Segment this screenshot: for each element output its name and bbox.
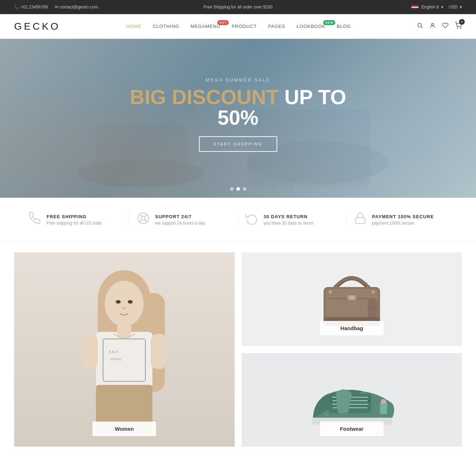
svg-rect-25: [82, 334, 98, 369]
handbag-label: Handbag: [320, 321, 384, 335]
account-button[interactable]: [429, 22, 436, 30]
cart-button[interactable]: 0: [455, 22, 462, 31]
secure-icon: [354, 212, 367, 227]
svg-line-16: [139, 220, 141, 222]
women-category[interactable]: A & F clothing Women: [14, 252, 235, 447]
nav-blog[interactable]: BLOG: [337, 24, 351, 29]
nav-home[interactable]: HOME: [126, 24, 141, 29]
nav-lookbook[interactable]: LOOKBOOK NEW: [297, 24, 326, 29]
slide-dot-2[interactable]: [236, 187, 240, 191]
svg-rect-26: [151, 334, 167, 369]
svg-point-12: [141, 216, 145, 220]
feature-desc: we support 24 hours a day: [155, 221, 205, 226]
svg-text:●: ●: [325, 413, 327, 417]
chevron-down-icon: ▾: [460, 5, 462, 10]
feature-secure: PAYMENT 100% SECURE payment 100% secure: [347, 212, 455, 227]
feature-support-text: SUPPORT 24/7 we support 24 hours a day: [155, 214, 205, 226]
feature-title: PAYMENT 100% SECURE: [372, 214, 434, 219]
nav-pages[interactable]: PAGES: [268, 24, 285, 29]
top-bar-right: English 8 ▾ USD ▾: [411, 5, 462, 10]
flag-icon: [411, 5, 418, 10]
search-button[interactable]: [417, 22, 423, 30]
svg-point-50: [330, 400, 332, 402]
feature-title: SUPPORT 24/7: [155, 214, 205, 219]
svg-rect-38: [372, 291, 375, 293]
svg-text:clothing: clothing: [110, 357, 121, 361]
svg-line-13: [139, 214, 141, 216]
feature-free-shipping: FREE SHIPPING Free shipping for all US o…: [21, 212, 130, 227]
category-grid: A & F clothing Women: [0, 242, 476, 468]
feature-support: SUPPORT 24/7 we support 24 hours a day: [130, 212, 239, 227]
svg-rect-54: [381, 399, 386, 404]
svg-line-1: [421, 26, 422, 28]
phone-icon: 📞: [14, 5, 19, 10]
hero-subtitle: MEGA SUMMER SALE: [119, 77, 357, 83]
svg-rect-28: [117, 323, 131, 337]
svg-point-3: [457, 28, 458, 29]
feature-returns-text: 30 DAYS RETURN you have 30 days to retur…: [264, 214, 314, 226]
nav-megamenu[interactable]: MEGAMENU HOT: [191, 24, 221, 29]
feature-returns: 30 DAYS RETURN you have 30 days to retur…: [238, 212, 347, 227]
svg-rect-52: [380, 402, 387, 414]
women-label: Women: [92, 422, 156, 436]
hero-dots: [230, 187, 246, 191]
feature-desc: you have 30 days to return: [264, 221, 314, 226]
handbag-category[interactable]: Handbag: [242, 252, 462, 346]
hero-title-gold: BIG DISCOUNT: [130, 85, 279, 108]
hero-title: BIG DISCOUNT UP TO 50%: [119, 87, 357, 128]
logo[interactable]: GECKO: [14, 21, 60, 32]
support-icon: [137, 212, 150, 227]
start-shopping-button[interactable]: START SHOPPING: [199, 136, 277, 152]
hot-badge: HOT: [217, 20, 229, 25]
hero-section: MEGA SUMMER SALE BIG DISCOUNT UP TO 50% …: [0, 39, 476, 198]
svg-point-2: [432, 23, 434, 25]
svg-point-51: [368, 400, 370, 402]
nav-product[interactable]: PRODUCT: [231, 24, 257, 29]
airplane-icon: [28, 212, 41, 227]
svg-point-48: [330, 396, 332, 398]
svg-line-15: [145, 214, 147, 216]
cart-count: 0: [459, 19, 465, 25]
svg-rect-37: [329, 291, 332, 293]
new-badge: NEW: [323, 20, 335, 25]
svg-rect-17: [355, 218, 365, 224]
svg-point-20: [105, 281, 144, 327]
currency-selector[interactable]: USD ▾: [449, 5, 462, 10]
slide-dot-3[interactable]: [243, 187, 246, 191]
footwear-label: Footwear: [320, 422, 384, 436]
email-link[interactable]: ✉ contact@gecko.com: [55, 5, 98, 10]
svg-point-0: [418, 23, 422, 27]
feature-title: FREE SHIPPING: [47, 214, 102, 219]
promo-text: Free Shipping for all order over $100: [204, 5, 272, 10]
wishlist-button[interactable]: [442, 22, 448, 30]
svg-rect-21: [96, 332, 152, 388]
svg-point-49: [368, 396, 370, 398]
feature-free-shipping-text: FREE SHIPPING Free shipping for all US o…: [47, 214, 102, 226]
feature-desc: Free shipping for all US order: [47, 221, 102, 226]
main-nav: HOME CLOTHING MEGAMENU HOT PRODUCT PAGES…: [126, 24, 351, 29]
nav-clothing[interactable]: CLOTHING: [153, 24, 179, 29]
slide-dot-1[interactable]: [230, 187, 234, 191]
top-bar: 📞 +01 23456789 ✉ contact@gecko.com Free …: [0, 0, 476, 14]
header-icons: 0: [417, 22, 462, 31]
phone-link[interactable]: 📞 +01 23456789: [14, 5, 48, 10]
language-selector[interactable]: English 8 ▾: [411, 5, 443, 10]
svg-point-29: [116, 300, 121, 304]
return-icon: [245, 212, 258, 227]
email-icon: ✉: [55, 5, 58, 10]
footwear-category[interactable]: ● Footwear: [242, 353, 462, 447]
feature-secure-text: PAYMENT 100% SECURE payment 100% secure: [372, 214, 434, 226]
product-right-column: Handbag: [242, 252, 462, 447]
feature-title: 30 DAYS RETURN: [264, 214, 314, 219]
header: GECKO HOME CLOTHING MEGAMENU HOT PRODUCT…: [0, 14, 476, 39]
feature-desc: payment 100% secure: [372, 221, 434, 226]
svg-point-30: [128, 300, 133, 304]
svg-text:A & F: A & F: [108, 350, 118, 354]
svg-point-35: [350, 296, 354, 299]
svg-point-4: [460, 28, 461, 29]
features-strip: FREE SHIPPING Free shipping for all US o…: [0, 198, 476, 242]
top-bar-left: 📞 +01 23456789 ✉ contact@gecko.com: [14, 5, 98, 10]
hero-content: MEGA SUMMER SALE BIG DISCOUNT UP TO 50% …: [119, 77, 357, 152]
women-image: A & F clothing: [14, 252, 235, 447]
chevron-down-icon: ▾: [441, 5, 443, 10]
